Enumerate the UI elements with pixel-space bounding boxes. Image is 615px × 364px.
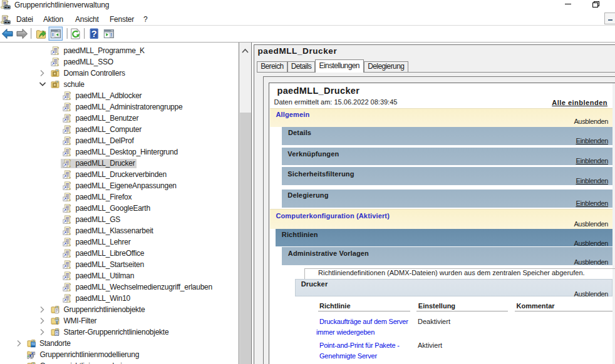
svg-text:?: ? [91, 29, 97, 39]
